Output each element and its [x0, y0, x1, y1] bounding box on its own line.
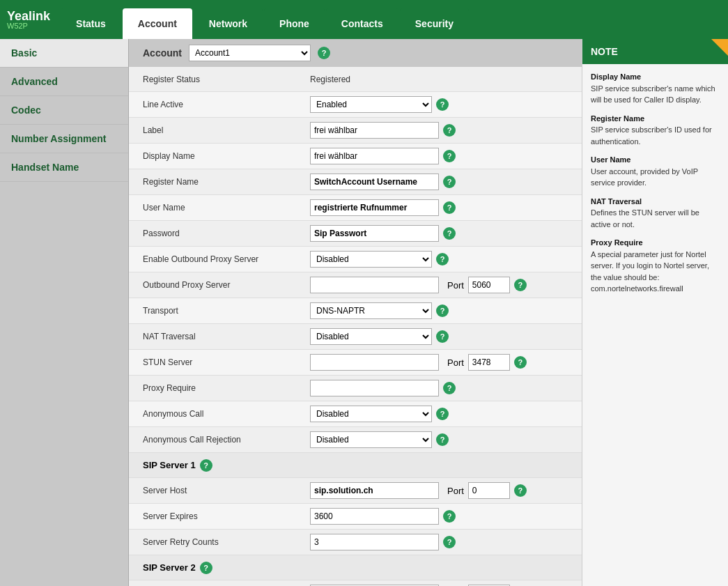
- transport-control: DNS-NAPTR UDP TCP TLS ?: [310, 302, 568, 319]
- line-active-help-icon[interactable]: ?: [436, 98, 449, 111]
- register-status-value: Registered: [310, 75, 350, 84]
- sidebar: Basic Advanced Codec Number Assignment H…: [0, 39, 129, 586]
- password-help-icon[interactable]: ?: [443, 227, 456, 240]
- password-input[interactable]: [310, 225, 439, 242]
- anonymous-call-rejection-select[interactable]: Disabled Enabled: [310, 431, 432, 448]
- sidebar-item-basic[interactable]: Basic: [0, 39, 128, 68]
- line-active-label: Line Active: [143, 100, 310, 109]
- server-host1-row: Server Host Port ?: [129, 478, 582, 504]
- logo: Yealink W52P: [7, 10, 50, 30]
- anonymous-call-rejection-help-icon[interactable]: ?: [436, 433, 449, 446]
- account-select[interactable]: Account1 Account2: [189, 45, 311, 61]
- password-row: Password ?: [129, 221, 582, 247]
- note-display-name-text: SIP service subscriber's name which will…: [591, 84, 715, 105]
- transport-select[interactable]: DNS-NAPTR UDP TCP TLS: [310, 302, 432, 319]
- nat-traversal-select[interactable]: Disabled Enabled: [310, 328, 432, 345]
- note-display-name: Display Name SIP service subscriber's na…: [591, 71, 720, 106]
- server-host1-help-icon[interactable]: ?: [514, 484, 527, 497]
- anonymous-call-select[interactable]: Disabled Enabled: [310, 406, 432, 422]
- line-active-row: Line Active Enabled Disabled ?: [129, 92, 582, 118]
- note-nat-traversal-title: NAT Traversal: [591, 197, 642, 206]
- server-expires1-help-icon[interactable]: ?: [443, 510, 456, 523]
- proxy-require-help-icon[interactable]: ?: [443, 382, 456, 394]
- note-title: NOTE: [591, 46, 618, 57]
- sip-server2-help-icon[interactable]: ?: [200, 562, 212, 574]
- stun-server-help-icon[interactable]: ?: [514, 356, 527, 369]
- sidebar-item-handset-name[interactable]: Handset Name: [0, 153, 128, 182]
- sidebar-item-codec[interactable]: Codec: [0, 96, 128, 125]
- note-nat-traversal-text: Defines the STUN server will be active o…: [591, 208, 699, 229]
- server-expires1-input[interactable]: [310, 508, 439, 525]
- register-status-control: Registered: [310, 75, 568, 84]
- account-header-label: Account: [143, 47, 182, 59]
- server-retry1-label: Server Retry Counts: [143, 537, 310, 547]
- label-control: ?: [310, 122, 568, 139]
- stun-server-input[interactable]: [310, 354, 439, 371]
- stun-server-label: STUN Server: [143, 357, 310, 367]
- sidebar-item-number-assignment[interactable]: Number Assignment: [0, 125, 128, 153]
- outbound-proxy-input[interactable]: [310, 277, 439, 293]
- transport-row: Transport DNS-NAPTR UDP TCP TLS ?: [129, 298, 582, 324]
- tab-account[interactable]: Account: [123, 8, 192, 39]
- proxy-require-input[interactable]: [310, 380, 439, 396]
- stun-port-input[interactable]: [468, 354, 510, 371]
- note-user-name: User Name User account, provided by VoIP…: [591, 154, 720, 189]
- note-content: Display Name SIP service subscriber's na…: [582, 64, 728, 309]
- tab-contacts[interactable]: Contacts: [326, 8, 398, 39]
- account-help-icon[interactable]: ?: [318, 47, 330, 59]
- outbound-port-label-text: Port: [447, 280, 464, 291]
- nat-traversal-help-icon[interactable]: ?: [436, 330, 449, 343]
- label-input[interactable]: [310, 122, 439, 139]
- outbound-port-input[interactable]: [468, 277, 510, 293]
- server-host1-input[interactable]: [310, 482, 439, 499]
- user-name-help-icon[interactable]: ?: [443, 201, 456, 214]
- register-name-help-icon[interactable]: ?: [443, 176, 456, 188]
- main-layout: Basic Advanced Codec Number Assignment H…: [0, 39, 728, 586]
- note-proxy-require-title: Proxy Require: [591, 238, 643, 247]
- tab-phone[interactable]: Phone: [264, 8, 325, 39]
- display-name-input[interactable]: [310, 148, 439, 164]
- server-host1-port-input[interactable]: [468, 482, 510, 499]
- outbound-proxy-enable-select[interactable]: Disabled Enabled: [310, 251, 432, 268]
- register-name-label: Register Name: [143, 177, 310, 187]
- outbound-proxy-enable-control: Disabled Enabled ?: [310, 251, 568, 268]
- anonymous-call-help-icon[interactable]: ?: [436, 408, 449, 420]
- server-retry1-row: Server Retry Counts ?: [129, 530, 582, 555]
- server-host2-row: Server Host Port ?: [129, 580, 582, 586]
- server-expires1-label: Server Expires: [143, 511, 310, 521]
- user-name-input[interactable]: [310, 199, 439, 216]
- tab-network[interactable]: Network: [194, 8, 263, 39]
- label-help-icon[interactable]: ?: [443, 124, 456, 137]
- outbound-proxy-help-icon[interactable]: ?: [514, 279, 527, 291]
- register-status-label: Register Status: [143, 75, 310, 84]
- line-active-select[interactable]: Enabled Disabled: [310, 96, 432, 113]
- transport-help-icon[interactable]: ?: [436, 304, 449, 317]
- transport-label: Transport: [143, 306, 310, 316]
- sip-server1-help-icon[interactable]: ?: [200, 459, 212, 472]
- stun-server-row: STUN Server Port ?: [129, 350, 582, 376]
- note-nat-traversal: NAT Traversal Defines the STUN server wi…: [591, 196, 720, 231]
- outbound-proxy-enable-help-icon[interactable]: ?: [436, 253, 449, 265]
- server-retry1-help-icon[interactable]: ?: [443, 536, 456, 548]
- anonymous-call-rejection-row: Anonymous Call Rejection Disabled Enable…: [129, 427, 582, 453]
- outbound-proxy-control: Port ?: [310, 277, 568, 293]
- display-name-row: Display Name ?: [129, 144, 582, 169]
- server-retry1-control: ?: [310, 534, 568, 550]
- register-name-input[interactable]: [310, 174, 439, 190]
- display-name-help-icon[interactable]: ?: [443, 150, 456, 162]
- sidebar-item-advanced[interactable]: Advanced: [0, 68, 128, 96]
- nat-traversal-label: NAT Traversal: [143, 332, 310, 341]
- note-register-name-title: Register Name: [591, 114, 644, 123]
- proxy-require-row: Proxy Require ?: [129, 376, 582, 401]
- note-proxy-require: Proxy Require A special parameter just f…: [591, 237, 720, 295]
- tab-status[interactable]: Status: [61, 8, 121, 39]
- anonymous-call-label: Anonymous Call: [143, 409, 310, 419]
- server-retry1-input[interactable]: [310, 534, 439, 550]
- outbound-proxy-enable-row: Enable Outbound Proxy Server Disabled En…: [129, 247, 582, 272]
- outbound-proxy-row: Outbound Proxy Server Port ?: [129, 272, 582, 298]
- outbound-proxy-enable-label: Enable Outbound Proxy Server: [143, 254, 310, 264]
- nat-traversal-control: Disabled Enabled ?: [310, 328, 568, 345]
- tab-security[interactable]: Security: [400, 8, 469, 39]
- user-name-label: User Name: [143, 203, 310, 213]
- register-name-row: Register Name ?: [129, 169, 582, 195]
